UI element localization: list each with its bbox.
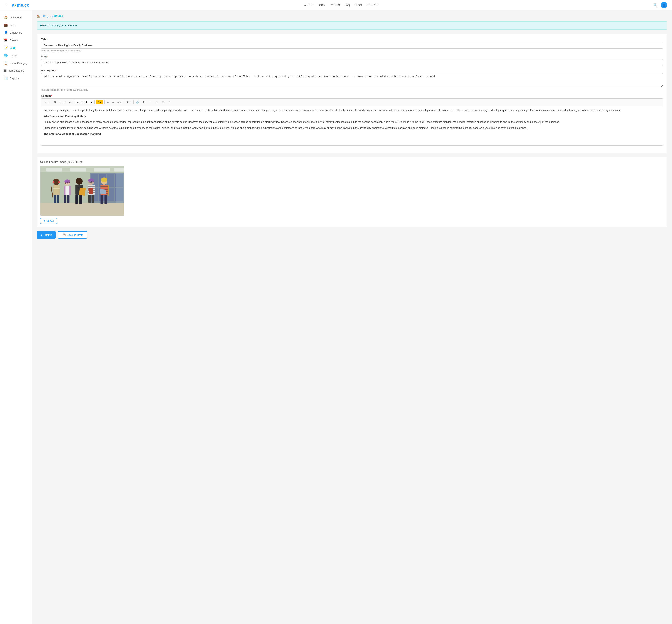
sidebar-item-pages[interactable]: 🌐 Pages	[0, 52, 32, 59]
top-navigation: ☰ a•me.co ABOUT JOBS EVENTS FAQ BLOG CON…	[0, 0, 672, 10]
svg-point-27	[58, 181, 60, 183]
breadcrumb-current: Edit Blog	[52, 15, 63, 18]
sidebar-item-reports[interactable]: 📊 Reports	[0, 74, 32, 82]
toolbar-code[interactable]: </>	[160, 100, 166, 104]
svg-rect-3	[94, 168, 110, 172]
breadcrumb-blog[interactable]: Blog	[43, 15, 48, 18]
svg-rect-20	[53, 187, 60, 187]
sidebar-item-employers[interactable]: 👤 Employers	[0, 29, 32, 36]
toolbar-image[interactable]: 🖼	[141, 100, 147, 104]
toolbar-help[interactable]: ?	[167, 100, 172, 104]
alert-text: Fields marked (*) are mandatory	[40, 24, 77, 27]
description-label: Description*	[41, 69, 663, 72]
svg-rect-58	[101, 186, 108, 187]
title-required: *	[46, 38, 47, 41]
sidebar: 🏠 Dashboard 💼 Jobs 👤 Employers 📅 Events …	[0, 10, 32, 624]
hamburger-menu[interactable]: ☰	[5, 3, 8, 7]
slug-label: Slug*	[41, 55, 663, 58]
svg-rect-22	[53, 190, 60, 190]
svg-point-26	[53, 181, 55, 183]
toolbar-underline[interactable]: U	[62, 100, 67, 104]
description-hint: The Description should be up to 250 char…	[41, 88, 663, 91]
sidebar-item-blog[interactable]: 📝 Blog	[0, 44, 32, 52]
toolbar-link[interactable]: 🔗	[135, 100, 141, 104]
nav-blog[interactable]: BLOG	[355, 4, 362, 7]
editor-content[interactable]: Succession planning is a critical aspect…	[41, 106, 663, 146]
description-group: Description* Address Family Dynamics: Fa…	[41, 69, 663, 91]
reports-icon: 📊	[4, 76, 8, 80]
toolbar-font-select[interactable]: sans-serif serif monospace	[75, 100, 93, 104]
sidebar-label-blog: Blog	[10, 46, 16, 49]
toolbar-align[interactable]: ≡ ▾	[116, 100, 122, 104]
title-label: Title*	[41, 38, 663, 41]
sidebar-label-reports: Reports	[10, 77, 19, 80]
toolbar-italic[interactable]: I	[58, 100, 61, 104]
toolbar-ul[interactable]: ≡	[106, 100, 110, 104]
submit-label: Submit	[44, 233, 52, 236]
svg-rect-49	[88, 195, 91, 203]
content-para3: Succession planning isn't just about dec…	[44, 126, 661, 130]
sidebar-item-events[interactable]: 📅 Events	[0, 36, 32, 44]
sidebar-item-jobs[interactable]: 💼 Jobs	[0, 21, 32, 29]
slug-input[interactable]	[41, 59, 663, 66]
svg-rect-62	[101, 195, 103, 204]
nav-events[interactable]: EVENTS	[329, 4, 340, 7]
nav-about[interactable]: ABOUT	[304, 4, 313, 7]
svg-rect-21	[53, 188, 60, 189]
sidebar-item-job-category[interactable]: ☰ Job Category	[0, 67, 32, 74]
sidebar-item-event-category[interactable]: 📋 Event Category	[0, 59, 32, 67]
svg-rect-55	[88, 188, 93, 194]
slug-group: Slug*	[41, 55, 663, 66]
description-textarea[interactable]: Address Family Dynamics: Family dynamics…	[41, 73, 663, 87]
nav-jobs[interactable]: JOBS	[318, 4, 325, 7]
toolbar-bold[interactable]: B	[53, 100, 57, 104]
toolbar-hr[interactable]: —	[148, 100, 153, 104]
toolbar-sep4	[104, 100, 105, 104]
submit-icon: ●	[41, 233, 43, 236]
breadcrumb: 🏠 › Blog › Edit Blog	[37, 15, 667, 18]
upload-card: Upload Feature Image (700 x 350 px)	[37, 157, 667, 227]
breadcrumb-sep2: ›	[50, 15, 50, 18]
svg-rect-65	[100, 189, 106, 194]
toolbar-strikethrough[interactable]: a	[68, 100, 72, 104]
toolbar-sep6	[133, 100, 134, 104]
avatar[interactable]: 👤	[661, 2, 667, 8]
description-required: *	[55, 69, 56, 72]
nav-faq[interactable]: FAQ	[344, 4, 350, 7]
toolbar-magic[interactable]: ✦ ▾	[43, 100, 50, 104]
svg-point-37	[76, 178, 83, 185]
jobs-icon: 💼	[4, 23, 8, 27]
svg-point-66	[101, 177, 107, 182]
content-para2: Family-owned businesses are the backbone…	[44, 120, 661, 124]
breadcrumb-sep1: ›	[41, 15, 42, 18]
sidebar-label-employers: Employers	[10, 31, 22, 34]
toolbar-sep5	[124, 100, 124, 104]
submit-button[interactable]: ● Submit	[37, 231, 56, 239]
save-draft-button[interactable]: 💾 Save as Draft	[58, 231, 87, 239]
toolbar-table[interactable]: ⊞ ▾	[125, 100, 132, 104]
breadcrumb-home[interactable]: 🏠	[37, 15, 40, 18]
svg-rect-23	[54, 195, 56, 203]
nav-links: ABOUT JOBS EVENTS FAQ BLOG CONTACT	[304, 4, 379, 7]
editor-toolbar: ✦ ▾ B I U a sans-serif serif monospace A…	[41, 98, 663, 106]
svg-rect-1	[46, 168, 62, 172]
title-input[interactable]	[41, 42, 663, 49]
sidebar-item-dashboard[interactable]: 🏠 Dashboard	[0, 14, 32, 21]
svg-rect-30	[66, 186, 69, 195]
toolbar-ol[interactable]: ≡	[111, 100, 115, 104]
content-group: Content* ✦ ▾ B I U a sans-serif serif mo…	[41, 94, 663, 146]
nav-contact[interactable]: CONTACT	[367, 4, 379, 7]
toolbar-highlight[interactable]: A ▾	[96, 100, 103, 104]
upload-btn-label: Upload	[46, 219, 54, 223]
job-category-icon: ☰	[4, 69, 7, 72]
upload-button[interactable]: ⬆ Upload	[40, 218, 57, 224]
draft-label: Save as Draft	[67, 233, 83, 236]
draft-icon: 💾	[62, 233, 66, 236]
search-button[interactable]: 🔍	[654, 3, 657, 7]
upload-icon: ⬆	[43, 219, 45, 223]
toolbar-clear-format[interactable]: ✕	[154, 100, 159, 104]
sidebar-label-dashboard: Dashboard	[10, 16, 23, 19]
svg-rect-40	[79, 195, 82, 204]
svg-rect-45	[87, 186, 95, 187]
sidebar-label-job-category: Job Category	[8, 69, 24, 72]
